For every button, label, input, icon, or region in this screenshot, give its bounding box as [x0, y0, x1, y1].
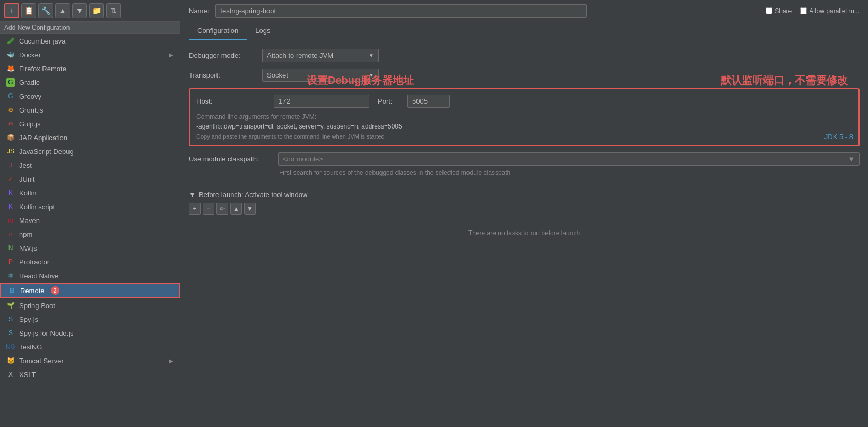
nwjs-icon: N [6, 244, 15, 252]
debugger-mode-label: Debugger mode: [189, 52, 258, 59]
sidebar-item-tomcat[interactable]: 🐱Tomcat Server▶ [0, 354, 180, 368]
sidebar-item-label-spring-boot: Spring Boot [19, 302, 55, 310]
firefox-remote-icon: 🦊 [6, 64, 15, 73]
host-port-row: Host: Port: [196, 95, 852, 108]
add-config-button[interactable]: + [4, 3, 19, 18]
name-bar: Name: Share Allow parallel ru... [180, 0, 868, 22]
sidebar-item-kotlin[interactable]: KKotlin [0, 186, 180, 200]
move-up-button[interactable]: ▲ [55, 3, 70, 18]
sort-button[interactable]: ⇅ [106, 3, 121, 18]
react-native-icon: ⚛ [6, 271, 15, 280]
tab-configuration[interactable]: Configuration [189, 22, 247, 40]
sidebar-item-junit[interactable]: ✓JUnit [0, 172, 180, 186]
copy-config-button[interactable]: 📋 [21, 3, 36, 18]
cucumber-java-icon: 🥒 [6, 37, 15, 45]
sidebar-item-label-firefox-remote: Firefox Remote [19, 65, 66, 73]
sidebar-item-label-kotlin-script: Kotlin script [19, 203, 55, 211]
tab-logs[interactable]: Logs [247, 22, 279, 40]
sidebar-item-firefox-remote[interactable]: 🦊Firefox Remote [0, 62, 180, 75]
transport-dropdown[interactable]: Socket ▼ [262, 69, 379, 82]
jdk-label: JDK 5 - 8 [824, 133, 853, 141]
jest-icon: J [6, 161, 15, 169]
bl-down-button[interactable]: ▼ [244, 203, 256, 215]
sidebar-items-list: 🥒Cucumber java🐳Docker▶🦊Firefox RemoteGGr… [0, 34, 180, 381]
sidebar-item-label-gulp: Gulp.js [19, 120, 40, 128]
sidebar-item-label-nwjs: NW.js [19, 244, 37, 252]
sidebar-item-label-maven: Maven [19, 217, 40, 225]
sidebar-item-maven[interactable]: mMaven [0, 214, 180, 227]
config-content: Debugger mode: Attach to remote JVM ▼ Tr… [180, 40, 868, 427]
sidebar-item-protractor[interactable]: PProtractor [0, 255, 180, 269]
parallel-checkbox[interactable] [800, 7, 807, 14]
sidebar-item-label-tomcat: Tomcat Server [19, 357, 64, 365]
sidebar-item-spring-boot[interactable]: 🌱Spring Boot [0, 298, 180, 312]
sidebar-item-label-npm: npm [19, 230, 32, 238]
sidebar-item-js-debug[interactable]: JSJavaScript Debug [0, 144, 180, 158]
sidebar-item-remote[interactable]: 🖥Remote2 [0, 283, 180, 298]
sidebar-item-grunt[interactable]: ⚙Grunt.js [0, 103, 180, 117]
port-input[interactable] [407, 95, 450, 108]
badge-remote: 2 [51, 286, 59, 295]
spy-js-icon: S [6, 315, 15, 323]
cmd-args-value: -agentlib:jdwp=transport=dt_socket, serv… [196, 123, 852, 130]
sidebar-item-kotlin-script[interactable]: KKotlin script [0, 200, 180, 214]
before-launch-header: ▼ Before launch: Activate tool window [189, 191, 860, 199]
kotlin-script-icon: K [6, 202, 15, 211]
bl-remove-button[interactable]: − [203, 203, 214, 215]
no-tasks-label: There are no tasks to run before launch [189, 219, 860, 247]
sidebar-item-npm[interactable]: nnpm [0, 227, 180, 241]
protractor-icon: P [6, 258, 15, 266]
module-classpath-dropdown[interactable]: <no module> ▼ [278, 152, 860, 166]
before-launch-toolbar: + − ✏ ▲ ▼ [189, 203, 860, 215]
sidebar-item-label-react-native: React Native [19, 272, 58, 280]
cmd-args-label: Command line arguments for remote JVM: [196, 113, 852, 121]
transport-row: Transport: Socket ▼ [189, 69, 860, 82]
config-name-input[interactable] [215, 4, 587, 18]
edit-config-button[interactable]: 🔧 [38, 3, 53, 18]
sidebar-item-label-testng: TestNG [19, 343, 42, 351]
maven-icon: m [6, 216, 15, 225]
bl-edit-button[interactable]: ✏ [216, 203, 228, 215]
sidebar-item-testng[interactable]: NGTestNG [0, 340, 180, 354]
sidebar-item-label-junit: JUnit [19, 175, 35, 183]
sidebar-item-spy-js[interactable]: SSpy-js [0, 312, 180, 326]
jar-icon: 📦 [6, 133, 15, 142]
sidebar-item-jar[interactable]: 📦JAR Application [0, 131, 180, 144]
add-config-label: Add New Configuration [0, 22, 180, 34]
move-down-button[interactable]: ▼ [72, 3, 87, 18]
sidebar-item-nwjs[interactable]: NNW.js [0, 241, 180, 255]
spy-js-node-icon: S [6, 329, 15, 337]
collapse-icon[interactable]: ▼ [189, 191, 196, 199]
parallel-checkbox-label[interactable]: Allow parallel ru... [800, 7, 860, 15]
xslt-icon: X [6, 370, 15, 379]
debugger-mode-dropdown[interactable]: Attach to remote JVM ▼ [262, 49, 379, 62]
groovy-icon: G [6, 92, 15, 100]
sidebar-item-cucumber-java[interactable]: 🥒Cucumber java [0, 34, 180, 48]
sidebar-item-docker[interactable]: 🐳Docker▶ [0, 48, 180, 62]
sidebar: + 📋 🔧 ▲ ▼ 📁 ⇅ Add New Configuration 🥒Cuc… [0, 0, 180, 427]
sidebar-item-xslt[interactable]: XXSLT [0, 368, 180, 381]
bl-up-button[interactable]: ▲ [230, 203, 242, 215]
sidebar-item-label-groovy: Groovy [19, 92, 41, 100]
bl-add-button[interactable]: + [189, 203, 201, 215]
sidebar-item-react-native[interactable]: ⚛React Native [0, 269, 180, 283]
sidebar-item-groovy[interactable]: GGroovy [0, 89, 180, 103]
cmd-hint: Copy and paste the arguments to the comm… [196, 133, 852, 140]
npm-icon: n [6, 230, 15, 238]
sidebar-item-label-protractor: Protractor [19, 258, 49, 266]
folder-button[interactable]: 📁 [89, 3, 104, 18]
sidebar-item-label-spy-js: Spy-js [19, 315, 38, 323]
share-checkbox[interactable] [766, 7, 772, 14]
sidebar-item-gradle[interactable]: GGradle [0, 75, 180, 89]
header-actions: Share Allow parallel ru... [766, 7, 860, 15]
host-input[interactable] [274, 95, 369, 108]
chevron-down-icon-3: ▼ [848, 155, 855, 163]
sidebar-item-jest[interactable]: JJest [0, 158, 180, 172]
gradle-icon: G [6, 78, 15, 87]
sidebar-item-label-jest: Jest [19, 161, 32, 169]
chevron-down-icon: ▼ [369, 53, 374, 58]
spring-boot-icon: 🌱 [6, 301, 15, 310]
sidebar-item-spy-js-node[interactable]: SSpy-js for Node.js [0, 326, 180, 340]
sidebar-item-gulp[interactable]: ⚙Gulp.js [0, 117, 180, 131]
share-checkbox-label[interactable]: Share [766, 7, 792, 15]
